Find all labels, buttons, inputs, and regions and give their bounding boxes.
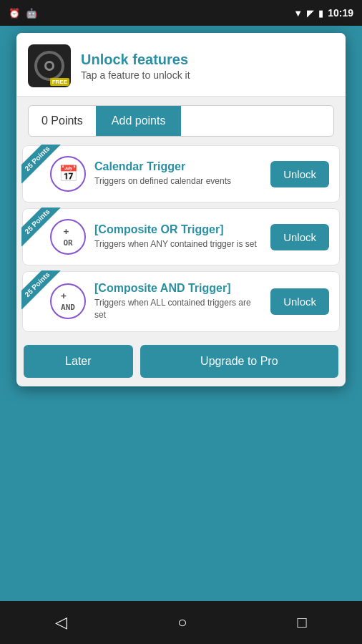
calendar-icon: 📅 [59,165,78,183]
add-points-button[interactable]: Add points [96,106,182,136]
feature-item-or: 25 Points +OR [Composite OR Trigger] Tri… [22,208,340,265]
or-feature-info: [Composite OR Trigger] Triggers when ANY… [94,223,262,250]
calendar-icon-wrap: 📅 [50,156,86,192]
back-button[interactable]: ◁ [55,613,67,632]
recent-button[interactable]: □ [298,613,307,632]
modal-header: FREE Unlock features Tap a feature to un… [16,33,346,97]
status-bar: ⏰ 🤖 ▼ ◤ ▮ 10:19 [0,0,362,26]
unlock-button-or[interactable]: Unlock [270,224,329,250]
features-list: 25 Points 📅 Calendar Trigger Triggers on… [16,145,346,338]
battery-icon: ▮ [318,8,323,19]
later-button[interactable]: Later [24,345,133,378]
and-feature-info: [Composite AND Trigger] Triggers when AL… [94,282,262,321]
or-icon-wrap: +OR [50,219,86,255]
and-icon: +AND [61,291,75,312]
unlock-button-calendar[interactable]: Unlock [270,161,329,187]
modal-card: FREE Unlock features Tap a feature to un… [16,33,346,386]
calendar-feature-desc: Triggers on defined calendar events [94,175,262,187]
modal-overlay: FREE Unlock features Tap a feature to un… [0,26,362,644]
modal-footer: Later Upgrade to Pro [16,338,346,386]
or-icon: +OR [63,226,72,248]
upgrade-button[interactable]: Upgrade to Pro [140,345,338,378]
app-icon-center [44,61,54,71]
points-value: 0 Points [29,107,96,135]
calendar-feature-title: Calendar Trigger [94,160,262,173]
app-icon-ring [34,51,64,81]
or-feature-title: [Composite OR Trigger] [94,223,262,236]
status-time: 10:19 [328,7,353,19]
signal-icon: ◤ [307,8,314,19]
or-feature-desc: Triggers when ANY contained trigger is s… [94,238,262,250]
feature-item-and: 25 Points +AND [Composite AND Trigger] T… [22,271,340,332]
modal-subtitle: Tap a feature to unlock it [81,69,190,81]
and-feature-title: [Composite AND Trigger] [94,282,262,295]
and-icon-wrap: +AND [50,283,86,319]
android-icon: 🤖 [26,8,37,19]
unlock-button-and[interactable]: Unlock [270,288,329,315]
status-bar-left: ⏰ 🤖 [9,8,37,19]
and-feature-desc: Triggers when ALL contained triggers are… [94,297,262,321]
modal-header-text: Unlock features Tap a feature to unlock … [81,52,190,81]
calendar-feature-info: Calendar Trigger Triggers on defined cal… [94,160,262,187]
home-button[interactable]: ○ [177,613,187,632]
modal-title: Unlock features [81,52,190,68]
wifi-icon: ▼ [293,8,303,19]
status-bar-right: ▼ ◤ ▮ 10:19 [293,7,353,19]
bottom-nav: ◁ ○ □ [0,601,362,644]
points-row: 0 Points Add points [28,105,334,137]
app-icon: FREE [28,44,71,87]
app-icon-badge: FREE [50,78,69,86]
alarm-icon: ⏰ [9,8,20,19]
feature-item-calendar: 25 Points 📅 Calendar Trigger Triggers on… [22,145,340,203]
